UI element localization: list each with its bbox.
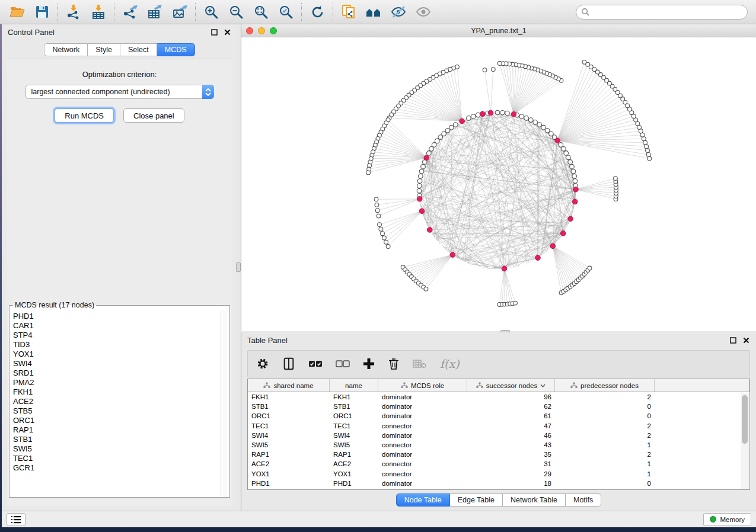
import-table-button[interactable] xyxy=(86,2,111,22)
table-row[interactable]: TEC1TEC1connector472 xyxy=(248,421,749,431)
mcds-result-item[interactable]: ACE2 xyxy=(13,397,220,406)
sort-descending-icon xyxy=(540,384,546,387)
close-panel-icon[interactable] xyxy=(224,28,231,36)
table-row[interactable]: PHD1PHD1dominator180 xyxy=(248,479,749,488)
table-cell: ORC1 xyxy=(248,412,330,419)
table-cell: 0 xyxy=(555,403,655,410)
table-row[interactable]: ORC1ORC1dominator610 xyxy=(248,411,749,421)
mcds-result-list[interactable]: PHD1CAR1STP4TID3YOX1SWI4SRD1PMA2FKH1ACE2… xyxy=(11,310,220,496)
network-graph-canvas[interactable] xyxy=(241,37,755,331)
close-panel-icon[interactable] xyxy=(742,336,750,344)
memory-label: Memory xyxy=(720,516,745,523)
vertical-splitter-handle[interactable] xyxy=(236,262,241,272)
delete-column-button[interactable] xyxy=(388,357,400,370)
float-panel-icon[interactable] xyxy=(210,28,218,36)
node-table: shared name name MCDS role successor nod… xyxy=(247,379,750,490)
table-row[interactable]: STB1STB1dominator620 xyxy=(248,402,749,411)
mcds-result-item[interactable]: SWI5 xyxy=(13,444,220,454)
zoom-in-button[interactable] xyxy=(199,2,224,22)
table-row[interactable]: SWI5SWI5connector431 xyxy=(248,440,749,450)
tab-edge-table[interactable]: Edge Table xyxy=(450,493,503,507)
export-image-icon xyxy=(172,4,187,20)
mcds-result-item[interactable]: YOX1 xyxy=(13,350,220,359)
table-tabbar: Node Table Edge Table Network Table Moti… xyxy=(396,493,602,507)
save-session-button[interactable] xyxy=(30,2,55,22)
mcds-result-item[interactable]: STB1 xyxy=(13,435,220,444)
apply-layout-button[interactable] xyxy=(305,2,330,22)
float-panel-icon[interactable] xyxy=(729,336,737,344)
mcds-result-item[interactable]: PHD1 xyxy=(13,312,220,321)
mcds-result-item[interactable]: STP4 xyxy=(13,331,220,340)
zoom-selected-button[interactable] xyxy=(273,2,298,22)
column-header-mcds-role[interactable]: MCDS role xyxy=(378,379,467,392)
run-mcds-button[interactable]: Run MCDS xyxy=(55,108,114,123)
zoom-in-icon xyxy=(204,5,219,20)
tab-select[interactable]: Select xyxy=(120,43,157,56)
hide-selected-button[interactable] xyxy=(386,2,411,22)
table-row[interactable]: YOX1YOX1connector291 xyxy=(248,469,749,479)
table-row[interactable]: RAP1RAP1dominator352 xyxy=(248,450,749,459)
mcds-result-item[interactable]: RAP1 xyxy=(13,425,220,435)
column-header-successor-nodes[interactable]: successor nodes xyxy=(467,379,555,392)
mcds-result-item[interactable]: TID3 xyxy=(13,340,220,350)
mcds-result-item[interactable]: TEC1 xyxy=(13,454,220,463)
search-input[interactable] xyxy=(590,8,742,16)
table-row[interactable]: SWI4SWI4dominator462 xyxy=(248,431,749,440)
tab-network[interactable]: Network xyxy=(44,43,88,56)
table-cell: 2 xyxy=(555,432,655,439)
network-from-selection-button[interactable] xyxy=(336,2,361,22)
network-window-title: YPA_prune.txt_1 xyxy=(241,27,756,35)
show-columns-button[interactable] xyxy=(282,357,295,370)
zoom-out-button[interactable] xyxy=(224,2,248,22)
mcds-result-title: MCDS result (17 nodes) xyxy=(13,301,96,309)
show-all-button[interactable] xyxy=(411,2,436,22)
table-scrollbar-thumb[interactable] xyxy=(742,395,748,444)
mcds-result-item[interactable]: ORC1 xyxy=(13,416,220,425)
select-all-columns-button[interactable] xyxy=(308,360,323,368)
table-cell: ACE2 xyxy=(330,460,378,467)
export-image-button[interactable] xyxy=(167,2,192,22)
node-table-header-row: shared name name MCDS role successor nod… xyxy=(248,379,749,392)
task-history-button[interactable] xyxy=(7,513,25,526)
function-builder-button-disabled: f(x) xyxy=(440,357,460,370)
mcds-result-item[interactable]: STB5 xyxy=(13,406,220,416)
mcds-result-item[interactable]: SWI4 xyxy=(13,359,220,368)
table-cell: 47 xyxy=(467,422,555,430)
import-network-button[interactable] xyxy=(61,2,86,22)
tab-mcds[interactable]: MCDS xyxy=(157,43,195,56)
zoom-fit-button[interactable] xyxy=(248,2,273,22)
zoom-out-icon xyxy=(229,5,244,20)
criterion-selected-value: largest connected component (undirected) xyxy=(26,88,202,96)
export-table-button[interactable] xyxy=(142,2,167,22)
deselect-all-columns-button[interactable] xyxy=(336,360,350,368)
mcds-result-item[interactable]: GCR1 xyxy=(13,463,220,473)
mcds-result-item[interactable]: PMA2 xyxy=(13,378,220,387)
table-row[interactable]: FKH1FKH1dominator962 xyxy=(248,392,749,402)
table-cell: dominator xyxy=(378,432,467,439)
tab-network-table[interactable]: Network Table xyxy=(503,493,566,507)
tab-node-table[interactable]: Node Table xyxy=(396,493,450,507)
control-panel-header: Control Panel xyxy=(2,24,237,40)
unchecked-boxes-icon xyxy=(336,360,350,368)
memory-status-icon xyxy=(710,516,716,523)
open-session-button[interactable] xyxy=(5,2,30,22)
table-scrollbar[interactable] xyxy=(741,393,749,489)
mcds-result-item[interactable]: FKH1 xyxy=(13,387,220,397)
memory-button[interactable]: Memory xyxy=(703,513,751,526)
tab-style[interactable]: Style xyxy=(88,43,120,56)
mcds-result-scrollbar[interactable] xyxy=(221,310,228,496)
close-panel-button[interactable]: Close panel xyxy=(123,108,184,123)
column-header-name[interactable]: name xyxy=(330,379,378,392)
mcds-result-item[interactable]: SRD1 xyxy=(13,368,220,378)
mcds-result-item[interactable]: CAR1 xyxy=(13,321,220,331)
first-neighbors-button[interactable] xyxy=(361,2,386,22)
criterion-select[interactable]: largest connected component (undirected) xyxy=(25,85,214,99)
table-settings-button[interactable] xyxy=(256,357,269,370)
tab-motifs[interactable]: Motifs xyxy=(566,493,601,507)
column-header-predecessor-nodes[interactable]: predecessor nodes xyxy=(555,379,655,392)
column-header-shared-name[interactable]: shared name xyxy=(248,379,330,392)
search-box[interactable] xyxy=(576,5,748,20)
create-column-button[interactable] xyxy=(363,358,375,370)
table-row[interactable]: ACE2ACE2connector311 xyxy=(248,459,749,469)
export-network-button[interactable] xyxy=(117,2,142,22)
